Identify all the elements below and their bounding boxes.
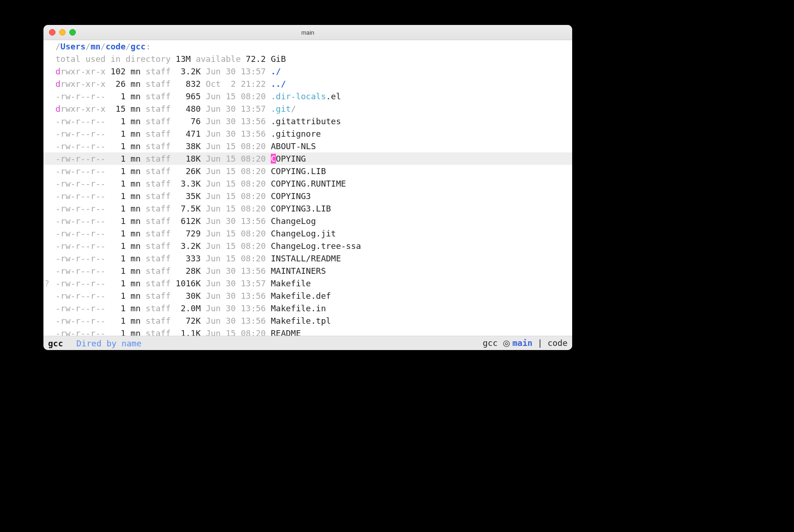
dired-path: /Users/mn/code/gcc: bbox=[43, 40, 572, 53]
zoom-icon[interactable] bbox=[69, 29, 76, 36]
dired-entry[interactable]: -rw-r--r-- 1 mn staff 612K Jun 30 13:56 … bbox=[43, 215, 572, 227]
dired-buffer[interactable]: /Users/mn/code/gcc:total used in directo… bbox=[43, 40, 572, 336]
dired-entry[interactable]: -rw-r--r-- 1 mn staff 72K Jun 30 13:56 M… bbox=[43, 314, 572, 327]
dired-entry[interactable]: -rw-r--r-- 1 mn staff 1016K Jun 30 13:57… bbox=[43, 277, 572, 290]
modeline-buffer-name: gcc bbox=[48, 339, 63, 348]
mode-line: gcc Dired by name gcc ◎ main | code bbox=[43, 336, 572, 350]
modeline-major-mode: Dired by name bbox=[76, 339, 141, 348]
dired-entry[interactable]: -rw-r--r-- 1 mn staff 30K Jun 30 13:56 M… bbox=[43, 290, 572, 302]
dired-entry[interactable]: -rw-r--r-- 1 mn staff 38K Jun 15 08:20 A… bbox=[43, 140, 572, 152]
dired-entry[interactable]: -rw-r--r-- 1 mn staff 76 Jun 30 13:56 .g… bbox=[43, 115, 572, 127]
dired-entry[interactable]: -rw-r--r-- 1 mn staff 28K Jun 30 13:56 M… bbox=[43, 265, 572, 277]
window-controls bbox=[43, 29, 76, 36]
dired-entry[interactable]: -rw-r--r-- 1 mn staff 2.0M Jun 30 13:56 … bbox=[43, 302, 572, 314]
dired-summary: total used in directory 13M available 72… bbox=[43, 53, 572, 65]
dired-entry[interactable]: -rw-r--r-- 1 mn staff 965 Jun 15 08:20 .… bbox=[43, 90, 572, 103]
dired-entry[interactable]: -rw-r--r-- 1 mn staff 471 Jun 30 13:56 .… bbox=[43, 127, 572, 140]
modeline-vc-mode: code bbox=[548, 338, 568, 348]
dired-entry[interactable]: drwxr-xr-x 15 mn staff 480 Jun 30 13:57 … bbox=[43, 103, 572, 115]
dired-entry[interactable]: -rw-r--r-- 1 mn staff 7.5K Jun 15 08:20 … bbox=[43, 202, 572, 215]
dired-entry[interactable]: -rw-r--r-- 1 mn staff 3.3K Jun 15 08:20 … bbox=[43, 177, 572, 190]
fringe-question-icon: ? bbox=[44, 277, 49, 290]
dired-entry[interactable]: -rw-r--r-- 1 mn staff 35K Jun 15 08:20 C… bbox=[43, 190, 572, 202]
modeline-project: gcc bbox=[483, 338, 498, 348]
dired-entry[interactable]: -rw-r--r-- 1 mn staff 1.1K Jun 15 08:20 … bbox=[43, 327, 572, 336]
editor-window: main /Users/mn/code/gcc:total used in di… bbox=[43, 25, 572, 350]
dired-entry[interactable]: -rw-r--r-- 1 mn staff 333 Jun 15 08:20 I… bbox=[43, 252, 572, 265]
modeline-vc-separator: | bbox=[537, 338, 543, 348]
modeline-separator-icon: ◎ bbox=[503, 339, 513, 348]
dired-entry[interactable]: drwxr-xr-x 26 mn staff 832 Oct 2 21:22 .… bbox=[43, 78, 572, 90]
dired-entry[interactable]: -rw-r--r-- 1 mn staff 3.2K Jun 15 08:20 … bbox=[43, 240, 572, 252]
minimize-icon[interactable] bbox=[59, 29, 66, 36]
title-bar: main bbox=[43, 25, 572, 40]
text-cursor: C bbox=[271, 154, 276, 163]
window-title: main bbox=[43, 29, 572, 36]
modeline-branch: main bbox=[513, 338, 532, 348]
dired-entry[interactable]: -rw-r--r-- 1 mn staff 729 Jun 15 08:20 C… bbox=[43, 227, 572, 240]
dired-entry[interactable]: -rw-r--r-- 1 mn staff 26K Jun 15 08:20 C… bbox=[43, 165, 572, 177]
close-icon[interactable] bbox=[49, 29, 55, 36]
dired-entry[interactable]: drwxr-xr-x 102 mn staff 3.2K Jun 30 13:5… bbox=[43, 65, 572, 78]
dired-entry[interactable]: -rw-r--r-- 1 mn staff 18K Jun 15 08:20 C… bbox=[43, 152, 572, 165]
